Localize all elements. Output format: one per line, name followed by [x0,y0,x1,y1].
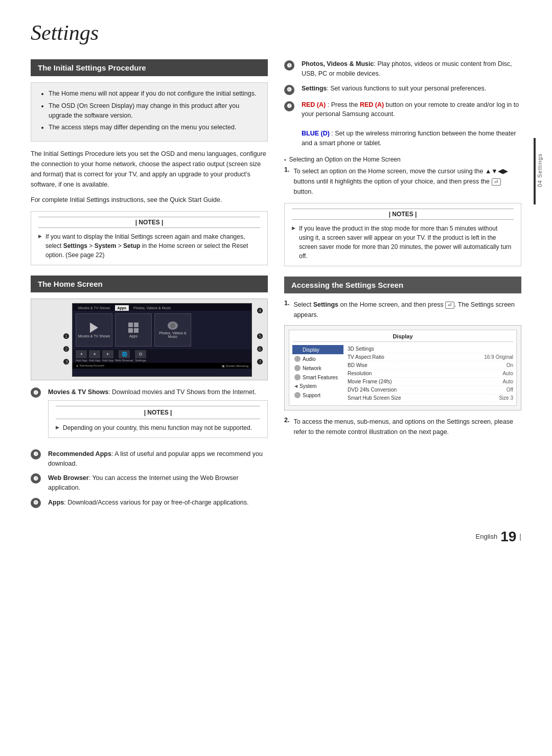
overlay-2: ❷ [63,345,70,353]
settings-row-aspect: TV Aspect Ratio 16:9 Original [348,353,513,361]
notes-item-1: If you want to display the Initial Setti… [38,232,260,260]
accessing-settings-section: Accessing the Settings Screen 1. Select … [284,277,521,437]
item-4-title: Apps [48,499,64,506]
circle-2: ❷ [31,449,41,460]
red-a-inline: RED (A) [360,101,384,108]
circle-1: ❶ [31,387,41,398]
bullet-item-1: The Home menu will not appear if you do … [49,89,259,99]
left-column: The Initial Settings Procedure The Home … [31,59,268,513]
grid-cell [128,323,133,327]
right-column: ❺ Photos, Videos & Music: Play photos, v… [284,59,521,513]
home-screen-item-1: ❶ Movies & TV Shows: Download movies and… [31,387,268,444]
grid-cell [134,323,139,327]
initial-settings-body2: For complete Initial Settings instructio… [31,195,268,205]
settings-row-bdwise: BD Wise On [348,361,513,370]
tv-screen: Movies & TV Shows Apps Photos, Videos & … [72,303,252,377]
settings-icon: ⚙ [135,350,146,358]
tv-settings: ⚙ Settings [135,350,146,362]
right-item-5-title: Photos, Videos & Music [302,60,374,67]
settings-row-3d: 3D Settings [348,345,513,353]
overlay-4: ❹ [257,307,263,315]
accessing-step-1-text: Select Settings on the Home screen, and … [293,300,521,320]
side-label-bar [534,138,536,204]
item-1-title: Movies & TV Shows [48,388,108,396]
item-3-title: Web Browser [48,474,89,482]
right-item-5-num: ❺ [284,59,297,71]
settings-screen-preview: Display Display Audio [284,325,521,410]
notes-title-1: | NOTES | [38,217,260,228]
accessing-step-2-text: To access the menus, sub-menus, and opti… [293,417,521,437]
right-item-6-num: ❻ [284,84,297,95]
settings-row-smarthub: Smart Hub Screen Size Size 3 [348,394,513,402]
web-browser-label: Web Browser [115,359,133,362]
tab-photos: Photos, Videos & Music [131,305,174,311]
bullet-item-2: The OSD (On Screen Display) may change i… [49,101,259,121]
right-item-6: ❻ Settings: Set various functions to sui… [284,84,521,95]
settings-menu: Display Audio Network [292,345,513,402]
grid-icon [128,323,139,333]
system-bullet: ◀ [294,384,297,388]
right-item-7-text: RED (A) : Press the RED (A) button on yo… [302,100,521,148]
camera-icon [168,322,178,330]
accessing-step-1: 1. Select Settings on the Home screen, a… [284,300,521,320]
circle-7: ❼ [284,101,294,111]
tv-web-browser: 🌐 Web Browser [115,350,133,362]
settings-menu-network: Network [292,363,343,373]
right-item-5: ❺ Photos, Videos & Music: Play photos, v… [284,59,521,79]
step-1-num: 1. [284,166,289,197]
bullet-list: The Home menu will not appear if you do … [39,89,259,132]
circle-4: ❹ [31,498,41,508]
right-item-7-num: ❼ [284,100,297,111]
two-col-layout: The Initial Settings Procedure The Home … [31,59,521,513]
bullet-item-3: The access steps may differ depending on… [49,123,259,132]
add-app-label-2: Add App [89,359,101,362]
add-app-label-1: Add App [76,359,87,362]
samsung-account-label: ▲ Samsung Account [76,364,104,368]
settings-menu-support: Support [292,391,343,400]
settings-row-movie-frame: Movie Frame (24fs) Auto [348,378,513,386]
item-1-note-text: Depending on your country, this menu fun… [56,423,260,432]
selecting-notes-item: If you leave the product in the stop mod… [292,224,514,261]
tab-movies: Movies & TV Shows [76,305,113,311]
add-app-icon-3: + [102,350,113,358]
enter-button-icon: ⏎ [492,178,501,186]
grid-cell [128,328,133,333]
settings-preview-inner: Display Display Audio [289,330,517,406]
right-item-5-text: Photos, Videos & Music: Play photos, vid… [302,59,521,79]
tv-add-app-1: + Add App [76,350,87,362]
selecting-option-bullet: Selecting an Option on the Home Screen [284,156,521,163]
home-screen-item-3: ❸ Web Browser: You can access the Intern… [31,473,268,493]
page-title: Settings [31,20,521,45]
home-screen-item-2: ❷ Recommended Apps: A list of useful and… [31,449,268,469]
right-item-7: ❼ RED (A) : Press the RED (A) button on … [284,100,521,148]
add-app-icon-1: + [76,350,87,358]
tv-main-content: Movies & TV Shows Apps [73,311,251,349]
settings-menu-smart-features: Smart Features [292,373,343,382]
add-app-icon-2: + [89,350,100,358]
right-item-6-title: Settings [302,85,327,92]
page-container: 04 Settings Settings The Initial Setting… [0,0,552,576]
accessing-step-2-num: 2. [284,417,289,437]
movies-label: Movies & TV Shows [78,334,110,338]
circle-6: ❻ [284,85,294,95]
settings-menu-display: Display [292,345,343,354]
home-screen-header: The Home Screen [31,276,268,292]
play-icon [90,323,98,333]
network-icon [294,365,301,371]
tv-apps-icon: Apps [115,313,152,347]
item-1-note-title: | NOTES | [56,406,260,419]
grid-cell [134,328,139,333]
settings-menu-system: ◀ System [292,382,343,391]
settings-left-menu: Display Audio Network [292,345,343,402]
item-2-title: Recommended Apps [48,450,111,457]
selecting-option-section: Selecting an Option on the Home Screen 1… [284,156,521,266]
settings-row-resolution: Resolution Auto [348,370,513,378]
footer: English 19 | [31,529,521,545]
right-item-6-text: Settings: Set various functions to suit … [302,84,521,94]
audio-icon [294,356,301,362]
web-browser-icon: 🌐 [119,350,130,358]
tv-add-app-3: + Add App [102,350,113,362]
item-1-num: ❶ [31,387,43,398]
settings-right-content: 3D Settings TV Aspect Ratio 16:9 Origina… [348,345,513,402]
tv-tabs: Movies & TV Shows Apps Photos, Videos & … [73,304,251,311]
